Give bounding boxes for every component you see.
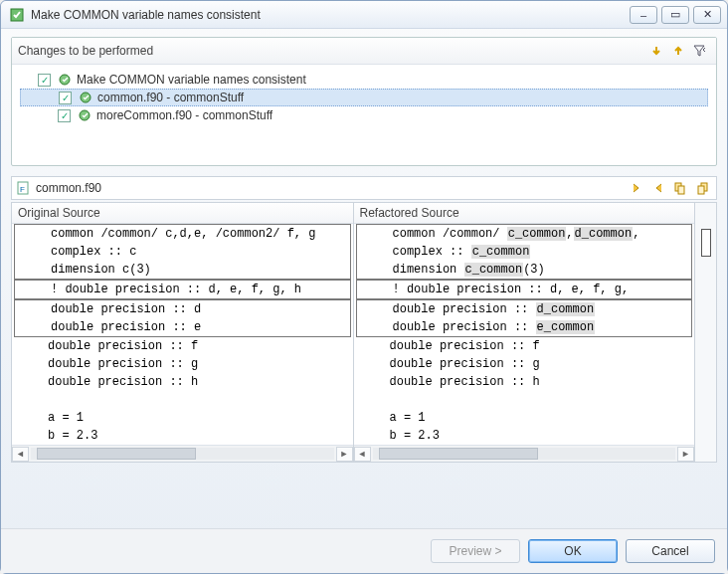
prev-diff-icon[interactable]: [648, 179, 668, 197]
code-line: common /common/ c,d,e, /common2/ f, g: [15, 225, 350, 243]
scroll-track[interactable]: [373, 448, 676, 460]
refactored-pane: Refactored Source common /common/ c_comm…: [354, 203, 695, 462]
titlebar: Make COMMON variable names consistent – …: [1, 1, 727, 29]
move-up-icon[interactable]: [668, 42, 688, 60]
diff-toolbar: F common.f90: [11, 176, 717, 200]
ok-button[interactable]: OK: [528, 539, 618, 563]
code-line: ! double precision :: d, e, f, g, h: [15, 281, 350, 298]
code-line: a = 1: [354, 409, 695, 427]
svg-rect-9: [698, 186, 704, 194]
changes-tree[interactable]: ✓Make COMMON variable names consistent✓c…: [12, 65, 716, 165]
checkbox[interactable]: ✓: [59, 92, 72, 104]
tree-label: common.f90 - commonStuff: [97, 91, 244, 104]
changes-title: Changes to be performed: [18, 44, 644, 58]
tree-row[interactable]: ✓moreCommon.f90 - commonStuff: [20, 106, 708, 124]
tree-label: Make COMMON variable names consistent: [77, 73, 306, 87]
code-line: ! double precision :: d, e, f, g,: [357, 281, 692, 298]
scroll-thumb[interactable]: [37, 448, 196, 460]
checkbox[interactable]: ✓: [58, 109, 71, 122]
code-line: double precision :: d: [15, 300, 350, 318]
scroll-left-icon[interactable]: ◄: [354, 447, 371, 462]
window-title: Make COMMON variable names consistent: [31, 8, 626, 22]
code-line: dimension c_common(3): [357, 261, 692, 279]
app-icon: [9, 7, 25, 23]
scroll-track[interactable]: [31, 448, 334, 460]
code-line: double precision :: d_common: [357, 300, 692, 318]
tree-label: moreCommon.f90 - commonStuff: [96, 108, 273, 122]
maximize-button[interactable]: ▭: [661, 6, 689, 24]
code-line: double precision :: e_common: [357, 318, 692, 336]
scroll-right-icon[interactable]: ►: [336, 447, 353, 462]
refactor-icon: [57, 72, 73, 88]
dialog-buttons: Preview > OK Cancel: [1, 528, 727, 573]
scroll-left-icon[interactable]: ◄: [12, 447, 29, 462]
refactored-code[interactable]: common /common/ c_common,d_common,comple…: [354, 224, 695, 445]
refactored-title: Refactored Source: [354, 203, 695, 224]
file-change-icon: [77, 107, 92, 123]
close-button[interactable]: ✕: [693, 6, 721, 24]
refactored-hscroll[interactable]: ◄ ►: [354, 445, 695, 462]
copy-right-icon[interactable]: [692, 179, 712, 197]
code-line: [354, 391, 695, 409]
move-down-icon[interactable]: [646, 42, 666, 60]
code-line: double precision :: e: [15, 318, 350, 336]
file-change-icon: [78, 90, 93, 105]
code-line: double precision :: g: [12, 355, 353, 373]
code-line: common /common/ c_common,d_common,: [357, 225, 692, 243]
code-line: double precision :: g: [354, 355, 695, 373]
cancel-button[interactable]: Cancel: [626, 539, 715, 563]
copy-left-icon[interactable]: [670, 179, 690, 197]
tree-row[interactable]: ✓common.f90 - commonStuff: [20, 89, 708, 106]
original-pane: Original Source common /common/ c,d,e, /…: [12, 203, 354, 462]
code-line: b = 2.3: [354, 427, 695, 445]
code-line: [12, 391, 353, 409]
code-line: a = 1: [12, 409, 353, 427]
preview-button[interactable]: Preview >: [431, 539, 520, 563]
scroll-right-icon[interactable]: ►: [677, 447, 694, 462]
code-line: double precision :: f: [12, 337, 353, 355]
diff-file-name: common.f90: [36, 181, 625, 195]
code-line: double precision :: f: [354, 337, 695, 355]
scroll-thumb[interactable]: [379, 448, 538, 460]
tree-row[interactable]: ✓Make COMMON variable names consistent: [20, 71, 708, 89]
next-diff-icon[interactable]: [627, 179, 646, 197]
filter-icon[interactable]: [690, 42, 710, 60]
dialog-window: Make COMMON variable names consistent – …: [0, 0, 728, 574]
original-title: Original Source: [12, 203, 353, 224]
svg-rect-7: [678, 186, 684, 194]
code-line: double precision :: h: [12, 373, 353, 391]
overview-ruler[interactable]: [694, 203, 716, 462]
code-line: dimension c(3): [15, 261, 350, 279]
svg-text:F: F: [20, 185, 25, 194]
original-code[interactable]: common /common/ c,d,e, /common2/ f, gcom…: [12, 224, 353, 445]
minimize-button[interactable]: –: [630, 6, 657, 24]
original-hscroll[interactable]: ◄ ►: [12, 445, 353, 462]
code-line: b = 2.3: [12, 427, 353, 445]
checkbox[interactable]: ✓: [38, 74, 51, 87]
fortran-file-icon: F: [16, 180, 32, 196]
code-line: complex :: c_common: [357, 243, 692, 261]
changes-panel: Changes to be performed ✓Make COMMON var…: [11, 37, 717, 166]
code-line: complex :: c: [15, 243, 350, 261]
code-line: double precision :: h: [354, 373, 695, 391]
overview-thumb[interactable]: [701, 229, 711, 257]
diff-viewer: Original Source common /common/ c,d,e, /…: [11, 202, 717, 463]
